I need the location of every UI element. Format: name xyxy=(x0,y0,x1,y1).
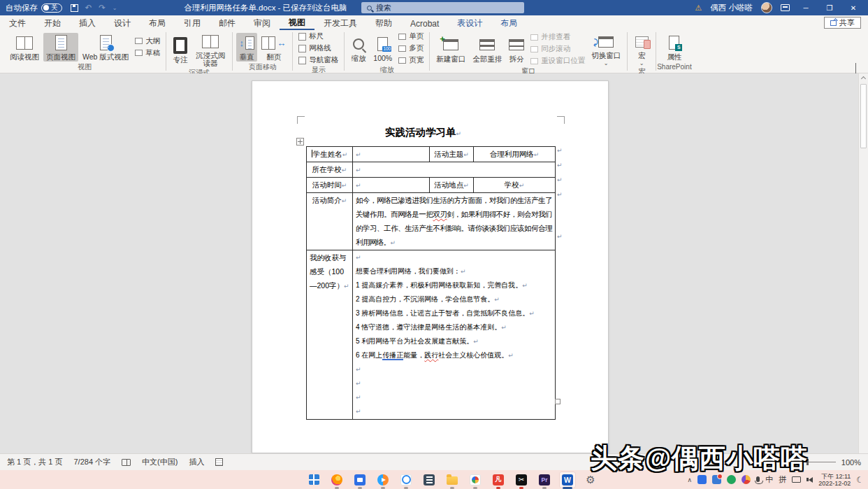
tab-file[interactable]: 文件 xyxy=(0,15,35,30)
cell-intro-label[interactable]: 活动简介↵ xyxy=(307,193,353,250)
microphone-icon[interactable] xyxy=(756,476,760,482)
focus-button[interactable]: 专注 xyxy=(170,36,191,64)
warning-icon[interactable]: ⚠ xyxy=(695,3,702,13)
taskbar-red-app[interactable]: 凡 xyxy=(490,472,507,488)
minimize-button[interactable]: ─ xyxy=(798,4,813,12)
taskbar-paint[interactable] xyxy=(467,472,484,488)
moon-icon[interactable]: ☾ xyxy=(856,475,864,485)
search-input[interactable]: 搜索 xyxy=(361,2,524,13)
insert-mode-indicator[interactable]: 插入 xyxy=(189,457,204,467)
restore-button[interactable]: ❐ xyxy=(822,4,837,12)
taskbar-explorer[interactable] xyxy=(444,472,461,488)
document-page[interactable]: 实践活动学习单↵ 学生姓名↵ ↵ 活动主题↵ 合理利用网络↵ 所在学校↵ ↵ 活… xyxy=(252,80,609,453)
start-button[interactable] xyxy=(305,472,322,488)
macros-button[interactable]: 宏⌄ xyxy=(631,31,652,66)
tab-table-design[interactable]: 表设计 xyxy=(448,15,491,30)
navpane-checkbox[interactable]: 导航窗格 xyxy=(298,55,338,65)
gridlines-checkbox[interactable]: 网格线 xyxy=(298,43,338,53)
collapse-ribbon-icon[interactable] xyxy=(855,64,861,69)
customize-qat-icon[interactable]: ⌄ xyxy=(113,5,117,11)
tab-references[interactable]: 引用 xyxy=(175,15,210,30)
cell-intro-text[interactable]: 如今，网络已渗透进我们生活的方方面面，对我们的生活产生了关键作用。而网络是一把双… xyxy=(353,193,556,250)
draft-view-button[interactable]: 草稿 xyxy=(135,48,160,58)
switch-windows-button[interactable]: ⤸切换窗口⌄ xyxy=(588,31,623,66)
cast-icon[interactable] xyxy=(792,476,801,483)
taskbar-browser-app[interactable] xyxy=(398,472,414,488)
tab-layout[interactable]: 布局 xyxy=(140,15,175,30)
cell-topic-label[interactable]: 活动主题↵ xyxy=(430,147,474,162)
tab-help[interactable]: 帮助 xyxy=(366,15,401,30)
scroll-up-icon[interactable] xyxy=(859,73,868,83)
account-name[interactable]: 偶西 小嗒嗒 xyxy=(710,3,753,13)
cell-time-value[interactable]: ↵ xyxy=(353,178,430,193)
page-indicator[interactable]: 第 1 页，共 1 页 xyxy=(7,457,62,467)
tray-clock[interactable]: 下午 12:11 2022-12-02 xyxy=(818,473,851,487)
autosave-toggle[interactable]: 自动保存 关 xyxy=(0,3,68,13)
undo-icon[interactable]: ↶ xyxy=(85,3,92,13)
avatar[interactable] xyxy=(761,2,772,13)
cell-student-name-label[interactable]: 学生姓名↵ xyxy=(307,147,353,162)
split-button[interactable]: 拆分 xyxy=(506,35,527,64)
tab-developer[interactable]: 开发工具 xyxy=(314,15,366,30)
cell-school-label[interactable]: 所在学校↵ xyxy=(307,162,353,178)
cell-place-label[interactable]: 活动地点↵ xyxy=(430,178,474,193)
tab-insert[interactable]: 插入 xyxy=(70,15,105,30)
learning-sheet-table[interactable]: 学生姓名↵ ↵ 活动主题↵ 合理利用网络↵ 所在学校↵ ↵ 活动时间↵ ↵ 活动… xyxy=(306,146,556,420)
taskbar-capcut[interactable]: ✂ xyxy=(513,472,530,488)
tab-review[interactable]: 审阅 xyxy=(245,15,280,30)
zoom-100-button[interactable]: 100100% xyxy=(370,34,395,63)
web-layout-button[interactable]: Web 版式视图 xyxy=(80,33,131,62)
cell-student-name-value[interactable]: ↵ xyxy=(353,147,430,162)
tab-design[interactable]: 设计 xyxy=(105,15,140,30)
properties-button[interactable]: S属性 xyxy=(664,33,685,62)
cell-school-value[interactable]: ↵ xyxy=(353,162,556,178)
close-button[interactable]: ✕ xyxy=(846,4,861,12)
taskbar-media-player[interactable] xyxy=(375,472,391,488)
ruler-checkbox[interactable]: 标尺 xyxy=(298,31,338,41)
macro-record-icon[interactable] xyxy=(215,458,223,466)
language-indicator[interactable]: 中文(中国) xyxy=(142,457,178,467)
vertical-scrollbar[interactable] xyxy=(858,73,868,453)
tab-mailings[interactable]: 邮件 xyxy=(210,15,245,30)
immersive-reader-button[interactable]: 沉浸式阅读器 xyxy=(192,31,229,68)
taskbar-premiere[interactable]: Pr xyxy=(536,472,553,488)
speaker-icon[interactable] xyxy=(806,477,813,483)
redo-icon[interactable]: ↷ xyxy=(99,3,106,13)
vertical-button[interactable]: ↕垂直 xyxy=(236,33,257,62)
share-button[interactable]: 共享 xyxy=(824,17,861,29)
cell-topic-value[interactable]: 合理利用网络↵ xyxy=(474,147,556,162)
tab-table-layout[interactable]: 布局 xyxy=(491,15,526,30)
word-count[interactable]: 7/284 个字 xyxy=(73,457,110,467)
book-icon xyxy=(16,36,33,50)
text-cursor xyxy=(312,150,312,157)
one-page-button[interactable]: 单页 xyxy=(398,31,424,41)
new-window-button[interactable]: +新建窗口 xyxy=(433,35,468,64)
table-resize-handle[interactable] xyxy=(555,399,560,404)
cell-reflection-label[interactable]: 我的收获与感受（100—200字）↵ xyxy=(307,250,353,420)
taskbar-recorder[interactable] xyxy=(352,472,368,488)
page-width-button[interactable]: 页宽 xyxy=(398,55,424,65)
tab-acrobat[interactable]: Acrobat xyxy=(401,15,448,30)
tab-home[interactable]: 开始 xyxy=(35,15,70,30)
save-icon[interactable] xyxy=(71,4,78,12)
print-layout-button[interactable]: 页面视图 xyxy=(43,33,78,62)
side-to-side-button[interactable]: ↔翻页 xyxy=(259,33,289,62)
tray-chevron-icon[interactable]: ∧ xyxy=(688,476,693,483)
outline-view-button[interactable]: 大纲 xyxy=(135,36,160,46)
scrollbar-thumb[interactable] xyxy=(860,84,867,148)
taskbar-firefox[interactable] xyxy=(328,472,345,488)
zoom-level[interactable]: 100% xyxy=(841,458,861,467)
read-mode-button[interactable]: 阅读视图 xyxy=(7,33,42,62)
ribbon-display-options-icon[interactable] xyxy=(781,4,790,11)
taskbar-word[interactable]: W xyxy=(559,472,576,488)
table-move-handle-icon[interactable] xyxy=(296,138,304,146)
cell-place-value[interactable]: 学校↵ xyxy=(474,178,556,193)
taskbar-calculator[interactable] xyxy=(421,472,437,488)
cell-time-label[interactable]: 活动时间↵ xyxy=(307,178,353,193)
tab-view[interactable]: 视图 xyxy=(280,15,314,30)
proofing-icon[interactable] xyxy=(122,459,131,466)
multiple-pages-button[interactable]: 多页 xyxy=(398,43,424,53)
arrange-all-button[interactable]: 全部重排 xyxy=(470,35,505,64)
cell-reflection-text[interactable]: ↵ 想要合理利用网络，我们要做到：↵ 1 提高媒介素养，积极利用网络获取新知，完… xyxy=(353,250,556,420)
zoom-button[interactable]: 缩放 xyxy=(348,34,369,63)
